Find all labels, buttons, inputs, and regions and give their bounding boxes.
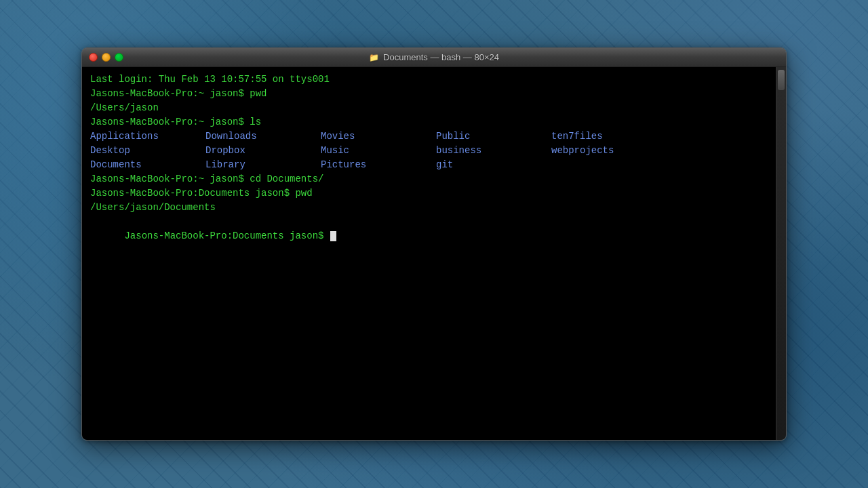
ls-output: Applications Downloads Movies Public ten…: [90, 129, 768, 172]
prompt-pwd1: Jasons-MacBook-Pro:~ jason$ pwd: [90, 87, 768, 101]
ls-item-git: git: [436, 158, 551, 172]
login-line: Last login: Thu Feb 13 10:57:55 on ttys0…: [90, 73, 768, 87]
pwd1-output: /Users/jason: [90, 101, 768, 115]
cursor: [330, 231, 336, 241]
ls-item-desktop: Desktop: [90, 144, 205, 158]
maximize-button[interactable]: [115, 53, 123, 62]
prompt-cd: Jasons-MacBook-Pro:~ jason$ cd Documents…: [90, 172, 768, 186]
prompt-text: Jasons-MacBook-Pro:Documents jason$: [124, 230, 329, 241]
ls-item-webprojects: webprojects: [551, 144, 667, 158]
window-title: 📁Documents — bash — 80×24: [369, 52, 499, 62]
ls-item-ten7files: ten7files: [551, 129, 667, 144]
scrollbar[interactable]: [776, 67, 786, 440]
ls-item-library: Library: [205, 158, 321, 172]
ls-item-public: Public: [436, 129, 551, 144]
ls-item-downloads: Downloads: [205, 129, 321, 144]
ls-item-applications: Applications: [90, 129, 205, 144]
scrollbar-thumb[interactable]: [778, 70, 785, 90]
ls-item-movies: Movies: [321, 129, 436, 144]
ls-item-documents: Documents: [90, 158, 205, 172]
title-text: Documents — bash — 80×24: [383, 52, 499, 62]
prompt-pwd2: Jasons-MacBook-Pro:Documents jason$ pwd: [90, 186, 768, 201]
ls-item-empty: [551, 158, 667, 172]
ls-item-music: Music: [321, 144, 436, 158]
title-bar: 📁Documents — bash — 80×24: [82, 48, 786, 67]
ls-item-business: business: [436, 144, 551, 158]
ls-item-pictures: Pictures: [321, 158, 436, 172]
pwd2-output: /Users/jason/Documents: [90, 201, 768, 215]
active-prompt[interactable]: Jasons-MacBook-Pro:Documents jason$: [90, 215, 768, 258]
minimize-button[interactable]: [102, 53, 111, 62]
ls-item-dropbox: Dropbox: [205, 144, 321, 158]
prompt-ls: Jasons-MacBook-Pro:~ jason$ ls: [90, 115, 768, 129]
terminal-window: 📁Documents — bash — 80×24 Last login: Th…: [81, 47, 787, 441]
close-button[interactable]: [89, 53, 98, 62]
traffic-lights: [89, 53, 123, 62]
folder-icon: 📁: [369, 53, 379, 62]
terminal-body[interactable]: Last login: Thu Feb 13 10:57:55 on ttys0…: [82, 67, 776, 440]
